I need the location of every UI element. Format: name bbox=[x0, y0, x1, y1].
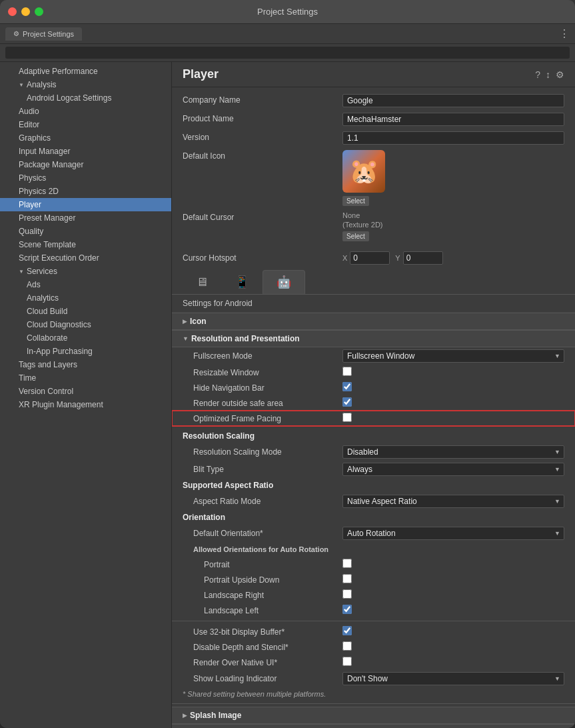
disable-depth-label: Disable Depth and Stencil* bbox=[183, 643, 342, 652]
tab-label: Project Settings bbox=[23, 30, 74, 38]
sidebar-item-script-execution-order[interactable]: Script Execution Order bbox=[0, 251, 171, 265]
render-outside-checkbox[interactable] bbox=[342, 397, 352, 407]
landscape-left-checkbox[interactable] bbox=[342, 605, 352, 614]
more-tabs-button[interactable]: ⋮ bbox=[559, 27, 570, 40]
sidebar-item-graphics[interactable]: Graphics bbox=[0, 131, 171, 145]
panel-icons: ? ↕ ⚙ bbox=[535, 69, 564, 80]
icon-section-header[interactable]: ▶ Icon bbox=[172, 313, 575, 330]
fullscreen-mode-select[interactable]: Fullscreen Window bbox=[342, 349, 564, 363]
landscape-left-label: Landscape Left bbox=[183, 606, 342, 615]
search-input[interactable] bbox=[5, 47, 570, 59]
scaling-mode-select[interactable]: Disabled bbox=[342, 445, 564, 459]
blit-type-select[interactable]: Always bbox=[342, 463, 564, 476]
disable-depth-checkbox[interactable] bbox=[342, 641, 352, 651]
panel-header: Player ? ↕ ⚙ bbox=[172, 62, 575, 87]
android-tab[interactable]: 🤖 bbox=[263, 270, 305, 294]
icon-section-title: Icon bbox=[190, 317, 207, 326]
sidebar-item-in-app-purchasing[interactable]: In-App Purchasing bbox=[0, 345, 171, 358]
version-row: Version bbox=[172, 129, 575, 147]
resolution-scaling-label: Resolution Scaling bbox=[183, 431, 342, 441]
portrait-checkbox-value bbox=[342, 559, 564, 570]
sidebar-item-cloud-build[interactable]: Cloud Build bbox=[0, 305, 171, 318]
tablet-tab[interactable]: 📱 bbox=[221, 270, 263, 294]
aspect-ratio-select-wrapper: Native Aspect Ratio bbox=[342, 495, 564, 508]
portrait-upside-down-checkbox[interactable] bbox=[342, 574, 352, 583]
scaling-mode-select-wrapper: Disabled bbox=[342, 445, 564, 459]
help-icon[interactable]: ? bbox=[535, 69, 540, 80]
sidebar-item-xr-plugin-management[interactable]: XR Plugin Management bbox=[0, 398, 171, 411]
product-name-input[interactable] bbox=[342, 113, 564, 126]
cursor-select-button[interactable]: Select bbox=[342, 231, 369, 241]
default-orientation-select[interactable]: Auto Rotation bbox=[342, 527, 564, 540]
default-cursor-label: Default Cursor bbox=[183, 211, 342, 222]
sidebar-item-tags-and-layers[interactable]: Tags and Layers bbox=[0, 358, 171, 371]
search-wrapper: 🔍 bbox=[5, 47, 570, 59]
hotspot-inputs: X Y bbox=[342, 251, 443, 265]
blit-type-row: Blit Type Always bbox=[172, 461, 575, 478]
sidebar-label: Cloud Build bbox=[27, 307, 67, 316]
resizable-window-checkbox[interactable] bbox=[342, 367, 352, 376]
use-32bit-checkbox[interactable] bbox=[342, 626, 352, 635]
sidebar-item-package-manager[interactable]: Package Manager bbox=[0, 158, 171, 171]
project-settings-window: Project Settings ⚙ Project Settings ⋮ 🔍 … bbox=[0, 0, 575, 728]
render-over-native-checkbox[interactable] bbox=[342, 657, 352, 666]
show-loading-select[interactable]: Don't Show bbox=[342, 672, 564, 685]
portrait-checkbox[interactable] bbox=[342, 559, 352, 568]
default-cursor-row: Default Cursor None (Texture 2D) Select bbox=[172, 209, 575, 249]
landscape-right-checkbox[interactable] bbox=[342, 589, 352, 599]
maximize-button[interactable] bbox=[35, 7, 43, 16]
icon-select-button[interactable]: Select bbox=[342, 196, 369, 206]
sidebar-item-editor[interactable]: Editor bbox=[0, 118, 171, 131]
sidebar-item-quality[interactable]: Quality bbox=[0, 225, 171, 238]
sidebar-label: Ads bbox=[27, 280, 41, 289]
other-settings-section[interactable]: ▶ Other Settings bbox=[172, 724, 575, 728]
layout-icon[interactable]: ↕ bbox=[546, 69, 550, 80]
sidebar-item-physics[interactable]: Physics bbox=[0, 171, 171, 185]
sidebar-item-preset-manager[interactable]: Preset Manager bbox=[0, 211, 171, 225]
shared-note: * Shared setting between multiple platfo… bbox=[172, 687, 575, 701]
sidebar-item-scene-template[interactable]: Scene Template bbox=[0, 238, 171, 251]
blit-type-label: Blit Type bbox=[183, 465, 342, 474]
resolution-section-header[interactable]: ▼ Resolution and Presentation bbox=[172, 330, 575, 347]
use-32bit-label: Use 32-bit Display Buffer* bbox=[183, 627, 342, 637]
project-settings-tab[interactable]: ⚙ Project Settings bbox=[5, 27, 82, 41]
sidebar-item-services[interactable]: ▼ Services bbox=[0, 265, 171, 278]
default-orientation-label: Default Orientation* bbox=[183, 529, 342, 538]
version-input[interactable] bbox=[342, 131, 564, 145]
product-name-value bbox=[342, 113, 564, 126]
sidebar-item-android-logcat[interactable]: Android Logcat Settings bbox=[0, 91, 171, 105]
sidebar-item-audio[interactable]: Audio bbox=[0, 105, 171, 118]
sidebar-item-time[interactable]: Time bbox=[0, 371, 171, 385]
texture2d-label: (Texture 2D) bbox=[342, 221, 383, 229]
hotspot-x-input[interactable] bbox=[350, 251, 390, 265]
sidebar-item-analytics[interactable]: Analytics bbox=[0, 291, 171, 305]
sidebar-item-input-manager[interactable]: Input Manager bbox=[0, 145, 171, 158]
tablet-icon: 📱 bbox=[235, 275, 249, 289]
settings-icon[interactable]: ⚙ bbox=[556, 69, 564, 80]
sidebar-item-ads[interactable]: Ads bbox=[0, 278, 171, 291]
company-name-input[interactable] bbox=[342, 94, 564, 107]
none-texture-label: None bbox=[342, 211, 360, 219]
close-button[interactable] bbox=[8, 7, 17, 16]
supported-aspect-row: Supported Aspect Ratio bbox=[172, 478, 575, 493]
company-name-value bbox=[342, 94, 564, 107]
portrait-row: Portrait bbox=[172, 557, 575, 572]
landscape-right-label: Landscape Right bbox=[183, 591, 342, 600]
desktop-tab[interactable]: 🖥 bbox=[183, 270, 221, 294]
hotspot-y-label: Y bbox=[395, 254, 400, 262]
optimized-frame-checkbox[interactable] bbox=[342, 413, 352, 422]
sidebar-item-physics-2d[interactable]: Physics 2D bbox=[0, 185, 171, 198]
sidebar-item-adaptive-performance[interactable]: Adaptive Performance bbox=[0, 65, 171, 78]
hide-nav-bar-checkbox[interactable] bbox=[342, 382, 352, 391]
sidebar-item-player[interactable]: Player bbox=[0, 198, 171, 211]
search-bar: 🔍 bbox=[0, 44, 575, 62]
sidebar-item-collaborate[interactable]: Collaborate bbox=[0, 331, 171, 345]
minimize-button[interactable] bbox=[21, 7, 30, 16]
sidebar-item-analysis[interactable]: ▼ Analysis bbox=[0, 78, 171, 91]
aspect-ratio-mode-select[interactable]: Native Aspect Ratio bbox=[342, 495, 564, 508]
cursor-hotspot-label: Cursor Hotspot bbox=[183, 253, 342, 263]
sidebar-item-version-control[interactable]: Version Control bbox=[0, 385, 171, 398]
sidebar-item-cloud-diagnostics[interactable]: Cloud Diagnostics bbox=[0, 318, 171, 331]
splash-image-section[interactable]: ▶ Splash Image bbox=[172, 707, 575, 724]
hotspot-y-input[interactable] bbox=[403, 251, 443, 265]
